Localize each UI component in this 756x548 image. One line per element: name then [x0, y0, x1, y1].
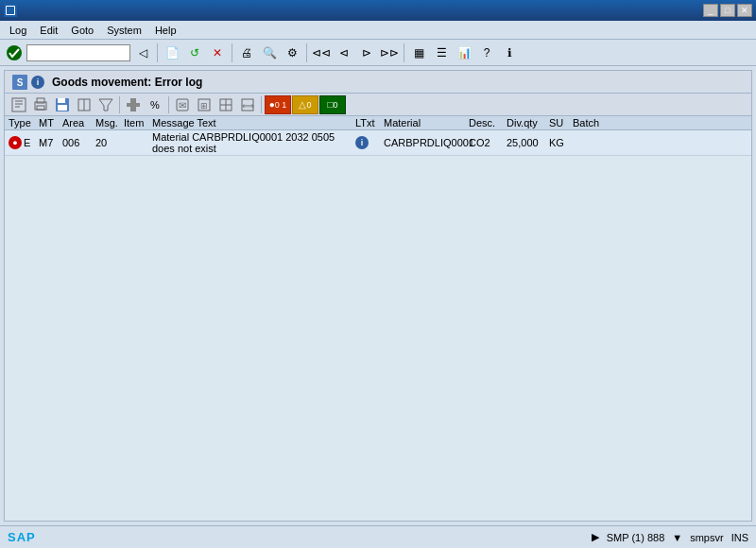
svg-text:⊞: ⊞	[200, 101, 208, 111]
menu-item-edit[interactable]: Edit	[34, 23, 63, 38]
separator-1	[157, 43, 158, 62]
next-icon[interactable]: ⊳	[356, 43, 377, 63]
toolbar-row: % ✉ ⊞ ⟺ ● 0 1 △ 0	[5, 94, 751, 116]
tb-btn-6[interactable]: %	[145, 95, 165, 114]
command-input[interactable]	[26, 44, 130, 61]
status-right: ▶ SMP (1) 888 ▼ smpsvr INS	[592, 531, 748, 543]
session-info: SMP (1) 888	[607, 532, 665, 543]
svg-point-3	[7, 45, 22, 60]
row-msg: 20	[95, 137, 124, 148]
col-header-msgtext: Message Text	[152, 117, 355, 128]
chart-icon[interactable]: 📊	[454, 43, 474, 63]
prev-icon[interactable]: ⊲	[334, 43, 354, 63]
play-icon[interactable]: ▶	[592, 531, 599, 543]
maximize-button[interactable]: □	[720, 4, 735, 17]
row-area: 006	[62, 137, 95, 148]
title-bar-buttons[interactable]: _ □ ✕	[703, 4, 752, 17]
list-icon[interactable]: ☰	[431, 43, 452, 63]
svg-marker-21	[130, 107, 136, 111]
svg-rect-14	[58, 98, 65, 103]
title-bar-text	[4, 4, 21, 17]
next2-icon[interactable]: ⊳⊳	[379, 43, 400, 63]
svg-rect-12	[37, 106, 44, 110]
menu-item-goto[interactable]: Goto	[65, 23, 99, 38]
tb-btn-save[interactable]	[52, 95, 73, 114]
svg-rect-19	[127, 103, 140, 107]
panel-header: S i Goods movement: Error log	[5, 71, 751, 94]
mode-info: INS	[731, 532, 748, 543]
row-desc: CO2	[469, 137, 507, 148]
tb-btn-7[interactable]: ✉	[172, 95, 193, 114]
separator-4	[404, 43, 404, 62]
panel-icons: S i	[12, 75, 44, 90]
col-header-desc: Desc.	[469, 117, 507, 128]
col-header-area: Area	[62, 117, 95, 128]
col-header-item: Item	[124, 117, 152, 128]
prev2-icon[interactable]: ⊲⊲	[311, 43, 332, 63]
tb-btn-filter[interactable]	[95, 95, 116, 114]
tb-btn-5[interactable]	[123, 95, 144, 114]
tb-btn-4[interactable]	[74, 95, 94, 114]
minimize-button[interactable]: _	[703, 4, 718, 17]
panel-info-icon[interactable]: i	[31, 76, 44, 89]
row-divqty: 25,000	[507, 137, 549, 148]
col-header-su: SU	[549, 117, 573, 128]
find-icon[interactable]: 🔍	[259, 43, 280, 63]
row-type: ● E	[9, 136, 39, 149]
tb-btn-yellow-warning[interactable]: △ 0	[292, 95, 318, 114]
table-row[interactable]: ● E M7 006 20 Material CARBPRDLIQ0001 20…	[5, 130, 751, 156]
table-header: Type MT Area Msg. Item Message Text LTxt…	[5, 116, 751, 130]
separator-2	[232, 43, 232, 62]
panel-title: Goods movement: Error log	[52, 76, 202, 89]
status-left: SAP	[8, 530, 36, 544]
svg-marker-20	[130, 98, 136, 103]
close-button[interactable]: ✕	[737, 4, 752, 17]
panel: S i Goods movement: Error log	[4, 70, 752, 522]
tb-btn-8[interactable]: ⊞	[194, 95, 215, 114]
nav-prev-icon[interactable]: ◁	[132, 43, 153, 63]
panel-logo-icon: S	[12, 75, 27, 90]
title-bar: _ □ ✕	[0, 0, 756, 21]
svg-text:S: S	[17, 77, 24, 88]
server-info: smpsvr	[690, 532, 723, 543]
row-msgtext: Material CARBPRDLIQ0001 2032 0505 does n…	[152, 131, 355, 154]
row-info-icon[interactable]: i	[355, 136, 369, 149]
svg-rect-6	[12, 98, 26, 111]
tb-btn-10[interactable]: ⟺	[237, 95, 258, 114]
page-icon[interactable]: 📄	[162, 43, 182, 63]
col-header-material: Material	[384, 117, 469, 128]
tb-btn-1[interactable]	[9, 95, 29, 114]
svg-text:⟺: ⟺	[242, 101, 254, 111]
settings-icon[interactable]: ⚙	[282, 43, 302, 63]
menu-item-help[interactable]: Help	[149, 23, 182, 38]
tb-sep-2	[168, 96, 169, 113]
col-header-divqty: Div.qty	[507, 117, 549, 128]
print-icon[interactable]: 🖨	[236, 43, 257, 63]
tb-sep-1	[119, 96, 120, 113]
status-bar: SAP ▶ SMP (1) 888 ▼ smpsvr INS	[0, 525, 756, 548]
separator-3	[306, 43, 307, 62]
menu-item-system[interactable]: System	[101, 23, 147, 38]
command-bar: ◁ 📄 ↺ ✕ 🖨 🔍 ⚙ ⊲⊲ ⊲ ⊳ ⊳⊳ ▦ ☰ 📊 ? ℹ	[0, 40, 756, 66]
row-su: KG	[549, 137, 573, 148]
tb-btn-print[interactable]	[30, 95, 51, 114]
dropdown-icon[interactable]: ▼	[672, 532, 682, 543]
tb-btn-9[interactable]	[215, 95, 236, 114]
help-icon[interactable]: ?	[476, 43, 497, 63]
svg-rect-15	[58, 105, 67, 111]
col-header-mt: MT	[39, 117, 62, 128]
stop-icon[interactable]: ✕	[207, 43, 228, 63]
menu-item-log[interactable]: Log	[4, 23, 32, 38]
tb-btn-green-ok[interactable]: □ 0	[319, 95, 346, 114]
grid-icon[interactable]: ▦	[408, 43, 429, 63]
main-content: S i Goods movement: Error log	[0, 66, 756, 525]
tb-btn-red-error[interactable]: ● 0 1	[265, 95, 291, 114]
col-header-batch: Batch	[573, 117, 610, 128]
about-icon[interactable]: ℹ	[499, 43, 520, 63]
check-icon[interactable]	[4, 43, 25, 63]
svg-rect-2	[7, 7, 14, 14]
menu-bar: Log Edit Goto System Help	[0, 21, 756, 40]
row-ltxt: i	[355, 136, 384, 149]
tb-sep-3	[261, 96, 262, 113]
refresh-icon[interactable]: ↺	[184, 43, 205, 63]
